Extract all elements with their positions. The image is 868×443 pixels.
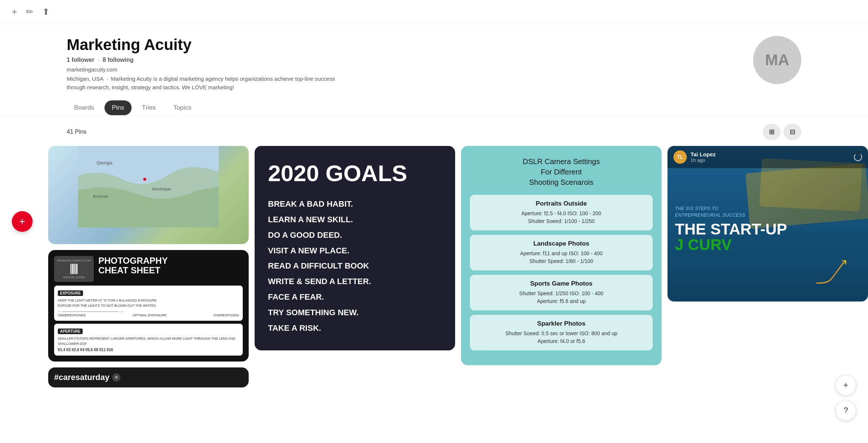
add-icon[interactable]: +	[12, 7, 17, 17]
f-stops: f/1.4 f/2 f/2.8 f/4 f/5.6 f/8 f/11 f/16	[58, 348, 239, 352]
pin-grid: Georgia Azerbaijan Armenia Coaching star…	[0, 146, 868, 387]
manual-mode-label: MANUAL MODE	[63, 276, 85, 279]
nav-tabs: Boards Pins Tries Topics	[0, 100, 868, 116]
pin-column-4: TL Tai Lopez 1h ago THE SIX STEPS TOENTR…	[667, 146, 868, 387]
profile-name: Marketing Acuity	[67, 36, 348, 54]
goal-item: TRY SOMETHING NEW.	[268, 305, 442, 320]
pin-column-1: Georgia Azerbaijan Armenia Coaching star…	[48, 146, 249, 387]
goals-pin-card[interactable]: 2020 GOALS BREAK A BAD HABIT. LEARN A NE…	[255, 146, 455, 350]
svg-text:Georgia: Georgia	[97, 160, 113, 166]
scenario-detail2-portraits: Shutter Soeed: 1/100 - 1/250	[477, 217, 646, 225]
scenario-detail2-landscape: Shutter Speed: 1/60 - 1/100	[477, 257, 646, 265]
scenario-name-sports: Sports Game Photos	[477, 280, 646, 287]
cheat-sheet-pin-card[interactable]: EMANUELCARISTI.COM MANUAL MODE PHOTOGRAP…	[48, 250, 249, 362]
loading-spinner-icon	[854, 153, 862, 161]
dslr-title: DSLR Camera SettingsFor DifferentShootin…	[470, 156, 653, 187]
grid-large-icon: ⊞	[769, 128, 775, 136]
goal-item: WRITE & SEND A LETTER.	[268, 274, 442, 289]
goals-list: BREAK A BAD HABIT. LEARN A NEW SKILL. DO…	[268, 196, 442, 336]
profile-location: Michigan, USA	[67, 76, 103, 82]
toolbar: + ✏ ⬆	[0, 0, 868, 24]
profile-website[interactable]: marketingacuity.com	[67, 66, 348, 73]
goal-item: LEARN A NEW SKILL.	[268, 212, 442, 227]
scenario-detail2-sports: Aperture: f5.6 and up	[477, 297, 646, 305]
scenario-name-portraits: Portraits Outside	[477, 200, 646, 207]
book-subtitle: THE SIX STEPS TOENTREPRENEURIAL SUCCESS	[675, 205, 787, 219]
scenario-detail1-portraits: Aperture: f2.5 - f4.0 ISO: 100 - 200	[477, 210, 646, 217]
following-count: 8 following	[103, 57, 134, 63]
map-pin-card[interactable]: Georgia Azerbaijan Armenia Coaching star…	[48, 146, 249, 244]
book-pin-card[interactable]: TL Tai Lopez 1h ago THE SIX STEPS TOENTR…	[667, 146, 868, 302]
goal-item: TAKE A RISK.	[268, 320, 442, 336]
scenario-name-landscape: Landscape Photos	[477, 240, 646, 247]
grid-small-toggle[interactable]: ⊟	[783, 124, 801, 140]
pin-column-2: 2020 GOALS BREAK A BAD HABIT. LEARN A NE…	[255, 146, 455, 387]
goal-item: VISIT A NEW PLACE.	[268, 243, 442, 259]
dslr-scenario-sports: Sports Game Photos Shutter Speed: 1/250 …	[470, 275, 653, 310]
caresaturday-text: #caresaturday	[54, 373, 109, 382]
book-title-curve: J CURV	[675, 237, 787, 253]
j-curve-chart	[812, 257, 857, 287]
aperture-label: APERTURE	[58, 329, 83, 334]
cheat-sheet-title: PHOTOGRAPHY	[98, 256, 168, 266]
goal-item: FACE A FEAR.	[268, 289, 442, 305]
edit-icon[interactable]: ✏	[26, 7, 33, 17]
profile-section: Marketing Acuity 1 follower · 8 followin…	[0, 24, 868, 100]
scenario-detail1-sparkler: Shutter Soeed: 0.5 sec or lower ISO: 800…	[477, 330, 646, 337]
tab-pins[interactable]: Pins	[105, 100, 132, 115]
exposure-text: KEEP THE LIGHT METER AT "0" FOR A BALANC…	[58, 298, 239, 308]
book-main-title: THE START-UP	[675, 221, 787, 237]
book-author-avatar: TL	[673, 150, 687, 164]
dslr-scenario-sparkler: Sparkler Photos Shutter Soeed: 0.5 sec o…	[470, 315, 653, 350]
followers-count: 1 follower	[67, 57, 95, 63]
add-pin-fab[interactable]: +	[12, 211, 33, 232]
close-badge: ✕	[112, 373, 120, 382]
map-image: Georgia Azerbaijan Armenia	[48, 146, 249, 244]
profile-info: Marketing Acuity 1 follower · 8 followin…	[67, 36, 348, 91]
caresaturday-pin-card[interactable]: #caresaturday ✕	[48, 367, 249, 387]
tab-boards[interactable]: Boards	[67, 100, 102, 115]
scenario-detail2-sparkler: Aperture: f4.0 or f5.6	[477, 337, 646, 345]
aperture-note: SMALLER F/STOPS REPRESENT LARGER APERTUR…	[58, 336, 239, 346]
profile-description: Michigan, USA · Marketing Acuity is a di…	[67, 75, 348, 91]
book-time: 1h ago	[690, 157, 716, 163]
book-author: Tai Lopez	[690, 151, 716, 157]
over-exposed: OVEREXPOSED	[213, 313, 239, 317]
svg-text:Azerbaijan: Azerbaijan	[152, 187, 172, 191]
svg-point-1	[143, 178, 146, 181]
grid-large-toggle[interactable]: ⊞	[763, 124, 781, 140]
dslr-scenario-portraits: Portraits Outside Aperture: f2.5 - f4.0 …	[470, 195, 653, 230]
add-button[interactable]: +	[835, 375, 856, 387]
optimal-exposure: OPTIMAL EXPOSURE	[133, 313, 167, 317]
share-icon[interactable]: ⬆	[42, 7, 50, 17]
profile-meta: 1 follower · 8 following	[67, 57, 348, 63]
scenario-name-sparkler: Sparkler Photos	[477, 320, 646, 327]
fab-group: + ?	[835, 375, 856, 387]
scenario-detail1-sports: Shutter Speed: 1/250 ISO: 100 - 400	[477, 290, 646, 297]
pins-count: 41 Pins	[67, 129, 86, 135]
exposure-label: EXPOSURE	[58, 290, 83, 296]
tab-tries[interactable]: Tries	[135, 100, 163, 115]
scenario-detail1-landscape: Aperture: f11 and up ISO: 100 - 400	[477, 250, 646, 257]
tab-topics[interactable]: Topics	[166, 100, 199, 115]
svg-text:Armenia: Armenia	[93, 194, 109, 199]
barcode-source: EMANUELCARISTI.COM	[57, 259, 91, 262]
cheat-sheet-title2: CHEAT SHEET	[98, 266, 168, 275]
pins-header: 41 Pins ⊞ ⊟	[0, 120, 868, 146]
goals-title: 2020 GOALS	[268, 161, 442, 186]
pin-column-3: DSLR Camera SettingsFor DifferentShootin…	[461, 146, 662, 387]
goal-item: BREAK A BAD HABIT.	[268, 196, 442, 212]
avatar: MA	[753, 36, 801, 84]
under-exposed: UNDEREXPOSED	[58, 313, 86, 317]
dslr-pin-card[interactable]: DSLR Camera SettingsFor DifferentShootin…	[461, 146, 662, 365]
grid-small-icon: ⊟	[790, 128, 795, 136]
goal-item: READ A DIFFICULT BOOK	[268, 258, 442, 274]
dslr-scenario-landscape: Landscape Photos Aperture: f11 and up IS…	[470, 235, 653, 270]
goal-item: DO A GOOD DEED.	[268, 227, 442, 243]
profile-desc-text: Marketing Acuity is a digital marketing …	[67, 76, 335, 90]
view-toggles: ⊞ ⊟	[763, 124, 801, 140]
